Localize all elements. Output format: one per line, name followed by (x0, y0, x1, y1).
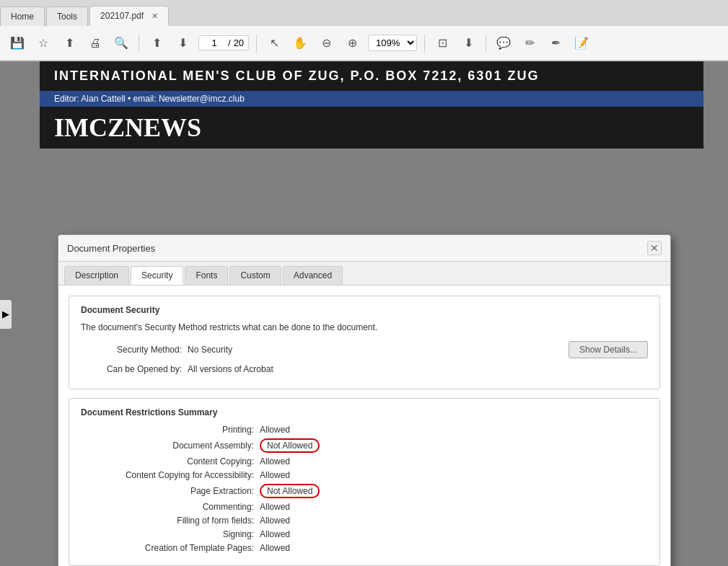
dialog-titlebar: Document Properties ✕ (58, 235, 670, 262)
restriction-row-signing: Signing: Allowed (81, 529, 648, 539)
restriction-row-copying: Content Copying: Allowed (81, 456, 648, 466)
hand-tool-button[interactable]: ✋ (290, 33, 310, 53)
restriction-value-assembly: Not Allowed (260, 438, 320, 453)
restriction-label-commenting: Commenting: (81, 502, 254, 512)
tab-description[interactable]: Description (64, 266, 129, 285)
zoom-in-button[interactable]: ⊕ (342, 33, 362, 53)
browser-chrome: Home Tools 202107.pdf ✕ 💾 ☆ ⬆ 🖨 🔍 ⬆ ⬇ / … (0, 0, 728, 61)
restriction-value-template-pages: Allowed (260, 543, 290, 553)
page-number-input[interactable] (203, 37, 225, 48)
page-nav: / 20 (198, 35, 249, 50)
tab-bar: Home Tools 202107.pdf ✕ (0, 0, 728, 26)
toolbar: 💾 ☆ ⬆ 🖨 🔍 ⬆ ⬇ / 20 ↖ ✋ ⊖ ⊕ 109% ⊡ ⬇ 💬 ✏ … (0, 26, 728, 61)
restriction-value-copying: Allowed (260, 456, 290, 466)
print-button[interactable]: 🖨 (85, 33, 105, 53)
restriction-label-extraction: Page Extraction: (81, 486, 254, 496)
restriction-row-printing: Printing: Allowed (81, 425, 648, 435)
pdf-area: ▶ INTERNATIONAL MEN'S CLUB OF ZUG, P.O. … (0, 61, 728, 566)
document-properties-dialog: Document Properties ✕ Description Securi… (58, 234, 671, 566)
edit-button[interactable]: ✒ (545, 33, 566, 53)
opened-by-label: Can be Opened by: (81, 364, 182, 374)
separator-1 (139, 35, 139, 52)
security-section-title: Document Security (81, 305, 648, 315)
bookmark-button[interactable]: ☆ (33, 33, 53, 53)
security-method-value: No Security (188, 345, 569, 355)
prev-page-button[interactable]: ⬆ (146, 33, 167, 53)
restriction-row-extraction: Page Extraction: Not Allowed (81, 484, 648, 498)
restriction-label-form-fields: Filling of form fields: (81, 516, 254, 526)
restrictions-title: Document Restrictions Summary (81, 407, 648, 417)
pen-button[interactable]: ✏ (519, 33, 540, 53)
restriction-label-accessibility: Content Copying for Accessibility: (81, 470, 254, 480)
security-method-label: Security Method: (81, 345, 182, 355)
restriction-row-accessibility: Content Copying for Accessibility: Allow… (81, 470, 648, 480)
separator-4 (486, 35, 486, 52)
restriction-row-commenting: Commenting: Allowed (81, 502, 648, 512)
show-details-button[interactable]: Show Details... (569, 341, 648, 358)
dialog-tabs: Description Security Fonts Custom Advanc… (58, 262, 670, 286)
download-button[interactable]: ⬇ (458, 33, 478, 53)
cursor-tool-button[interactable]: ↖ (264, 33, 284, 53)
comment-button[interactable]: 💬 (494, 33, 514, 53)
opened-by-value: All versions of Acrobat (188, 364, 648, 374)
restrictions-section: Document Restrictions Summary Printing: … (69, 398, 660, 566)
zoom-out-button[interactable]: ⊖ (316, 33, 336, 53)
tab-home[interactable]: Home (0, 6, 45, 26)
restriction-label-copying: Content Copying: (81, 456, 254, 466)
restriction-label-printing: Printing: (81, 425, 254, 435)
tab-pdf[interactable]: 202107.pdf ✕ (89, 6, 169, 26)
fill-sign-button[interactable]: 📝 (571, 33, 592, 53)
upload-button[interactable]: ⬆ (59, 33, 79, 53)
close-dialog-button[interactable]: ✕ (647, 241, 662, 255)
dialog-body: Document Security The document's Securit… (58, 286, 670, 566)
tab-advanced[interactable]: Advanced (283, 266, 343, 285)
restriction-row-template-pages: Creation of Template Pages: Allowed (81, 543, 648, 553)
restriction-value-extraction: Not Allowed (260, 484, 320, 498)
security-method-row: Security Method: No Security Show Detail… (81, 341, 648, 358)
tab-custom[interactable]: Custom (229, 266, 281, 285)
security-description: The document's Security Method restricts… (81, 322, 648, 332)
dialog-title: Document Properties (67, 243, 155, 254)
page-total: 20 (234, 37, 244, 48)
restriction-row-assembly: Document Assembly: Not Allowed (81, 438, 648, 453)
restriction-value-commenting: Allowed (260, 502, 290, 512)
zoom-out-search-button[interactable]: 🔍 (111, 33, 131, 53)
restriction-row-form-fields: Filling of form fields: Allowed (81, 516, 648, 526)
restriction-label-signing: Signing: (81, 529, 254, 539)
opened-by-row: Can be Opened by: All versions of Acroba… (81, 364, 648, 374)
restriction-label-assembly: Document Assembly: (81, 441, 254, 451)
zoom-select[interactable]: 109% (368, 35, 417, 51)
restriction-value-accessibility: Allowed (260, 470, 290, 480)
tab-tools[interactable]: Tools (46, 6, 88, 26)
tab-security[interactable]: Security (131, 266, 183, 285)
tab-fonts[interactable]: Fonts (185, 266, 228, 285)
save-button[interactable]: 💾 (7, 33, 27, 53)
restriction-label-template-pages: Creation of Template Pages: (81, 543, 254, 553)
not-allowed-badge-assembly: Not Allowed (260, 438, 320, 453)
next-page-button[interactable]: ⬇ (172, 33, 193, 53)
restriction-value-form-fields: Allowed (260, 516, 290, 526)
security-section: Document Security The document's Securit… (69, 296, 660, 389)
not-allowed-badge-extraction: Not Allowed (260, 484, 320, 498)
close-tab-icon[interactable]: ✕ (152, 12, 158, 20)
page-separator: / (228, 37, 231, 48)
dialog-overlay: Document Properties ✕ Description Securi… (0, 61, 728, 566)
restriction-value-signing: Allowed (260, 529, 290, 539)
restriction-value-printing: Allowed (260, 425, 290, 435)
separator-3 (424, 35, 425, 52)
fit-button[interactable]: ⊡ (432, 33, 452, 53)
separator-2 (256, 35, 257, 52)
